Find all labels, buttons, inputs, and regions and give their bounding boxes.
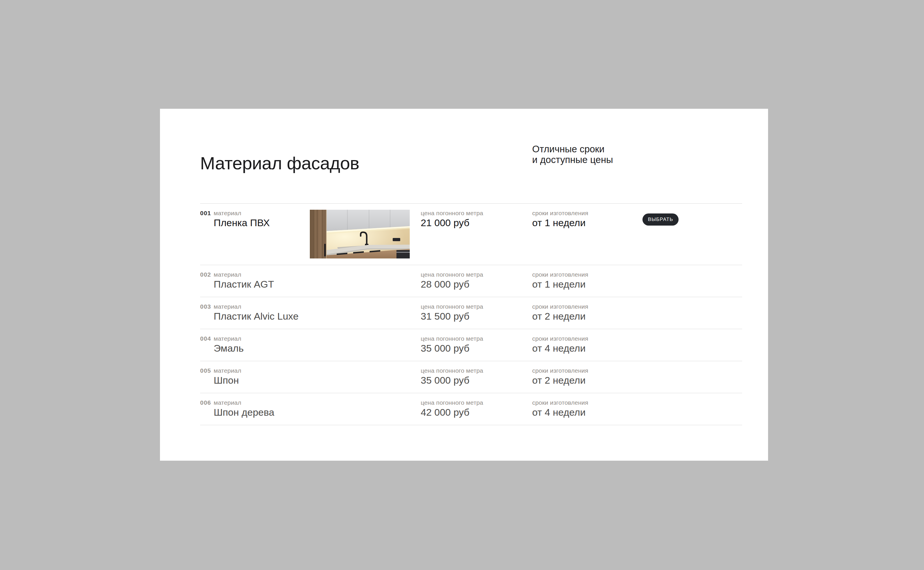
- material-name-cell: материалЭмаль: [214, 329, 244, 354]
- material-label: материал: [214, 303, 298, 310]
- table-row: 005материалШпонцена погонного метра35 00…: [200, 361, 742, 393]
- price-label: цена погонного метра: [421, 210, 483, 217]
- terms-label: сроки изготовления: [532, 210, 588, 217]
- table-row: 006материалШпон деревацена погонного мет…: [200, 393, 742, 425]
- terms-value: от 4 недели: [532, 407, 588, 418]
- price-value: 42 000 руб: [421, 407, 483, 418]
- material-name-cell: материалПленка ПВХ: [214, 204, 270, 228]
- terms-label: сроки изготовления: [532, 271, 588, 278]
- row-number: 004: [200, 335, 211, 342]
- price-value-cell: цена погонного метра31 500 руб: [421, 297, 483, 322]
- material-name: Пластик Alvic Luxe: [214, 311, 298, 322]
- terms-value: от 1 недели: [532, 217, 588, 228]
- material-name: Пластик AGT: [214, 279, 274, 290]
- choose-button[interactable]: ВЫБРАТЬ: [643, 213, 678, 225]
- material-label: материал: [214, 271, 274, 278]
- terms-value: от 2 недели: [532, 375, 588, 386]
- terms-label: сроки изготовления: [532, 335, 588, 342]
- terms-value-cell: сроки изготовленияот 2 недели: [532, 297, 588, 322]
- page-subtitle: Отличные сроки и доступные цены: [532, 144, 613, 165]
- terms-value-cell: сроки изготовленияот 1 недели: [532, 265, 588, 290]
- price-label: цена погонного метра: [421, 303, 483, 310]
- price-value: 21 000 руб: [421, 217, 483, 228]
- kitchen-photo: [310, 210, 410, 259]
- table-row: 001материалПленка ПВХцена погонного метр…: [200, 203, 742, 265]
- terms-value-cell: сроки изготовленияот 1 недели: [532, 204, 588, 228]
- page-subtitle-line2: и доступные цены: [532, 154, 613, 165]
- material-label: материал: [214, 335, 244, 342]
- terms-value: от 1 недели: [532, 279, 588, 290]
- material-name: Эмаль: [214, 343, 244, 354]
- price-value: 28 000 руб: [421, 279, 483, 290]
- materials-card: Материал фасадов Отличные сроки и доступ…: [160, 109, 768, 461]
- terms-value-cell: сроки изготовленияот 4 недели: [532, 329, 588, 354]
- price-value-cell: цена погонного метра21 000 руб: [421, 204, 483, 228]
- row-number: 001: [200, 210, 211, 217]
- price-label: цена погонного метра: [421, 367, 483, 374]
- terms-label: сроки изготовления: [532, 303, 588, 310]
- table-row: 003материалПластик Alvic Luxeцена погонн…: [200, 297, 742, 329]
- terms-label: сроки изготовления: [532, 367, 588, 374]
- material-name-cell: материалПластик AGT: [214, 265, 274, 290]
- material-name: Шпон: [214, 375, 241, 386]
- terms-value: от 4 недели: [532, 343, 588, 354]
- price-label: цена погонного метра: [421, 335, 483, 342]
- kitchen-photo-graphic: [310, 210, 410, 259]
- price-value: 35 000 руб: [421, 375, 483, 386]
- price-value-cell: цена погонного метра28 000 руб: [421, 265, 483, 290]
- terms-value-cell: сроки изготовленияот 4 недели: [532, 393, 588, 418]
- material-name-cell: материалПластик Alvic Luxe: [214, 297, 298, 322]
- price-value: 31 500 руб: [421, 311, 483, 322]
- material-name-cell: материалШпон дерева: [214, 393, 274, 418]
- page-subtitle-line1: Отличные сроки: [532, 144, 613, 154]
- materials-table: 001материалПленка ПВХцена погонного метр…: [200, 203, 742, 425]
- terms-label: сроки изготовления: [532, 399, 588, 406]
- row-number: 003: [200, 303, 211, 310]
- material-label: материал: [214, 367, 241, 374]
- row-number: 005: [200, 367, 211, 374]
- row-number: 002: [200, 271, 211, 278]
- price-value: 35 000 руб: [421, 343, 483, 354]
- table-row: 004материалЭмальцена погонного метра35 0…: [200, 329, 742, 361]
- price-value-cell: цена погонного метра42 000 руб: [421, 393, 483, 418]
- terms-value: от 2 недели: [532, 311, 588, 322]
- material-name: Пленка ПВХ: [214, 217, 270, 228]
- price-value-cell: цена погонного метра35 000 руб: [421, 329, 483, 354]
- material-label: материал: [214, 399, 274, 406]
- row-number: 006: [200, 399, 211, 406]
- price-value-cell: цена погонного метра35 000 руб: [421, 361, 483, 386]
- price-label: цена погонного метра: [421, 399, 483, 406]
- terms-value-cell: сроки изготовленияот 2 недели: [532, 361, 588, 386]
- table-row: 002материалПластик AGTцена погонного мет…: [200, 265, 742, 297]
- material-label: материал: [214, 210, 270, 217]
- page-title: Материал фасадов: [200, 153, 359, 173]
- price-label: цена погонного метра: [421, 271, 483, 278]
- material-name: Шпон дерева: [214, 407, 274, 418]
- material-name-cell: материалШпон: [214, 361, 241, 386]
